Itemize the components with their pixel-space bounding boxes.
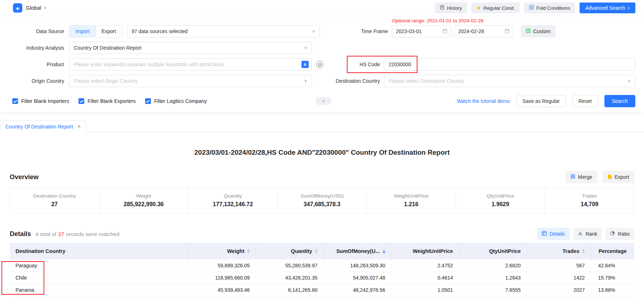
view-details-button[interactable]: Details — [537, 228, 570, 240]
stat-trades: Trades 14,709 — [545, 188, 634, 213]
checkbox-checked-icon — [12, 98, 18, 104]
merge-icon — [571, 174, 575, 180]
origin-country-label: Origin Country — [0, 78, 69, 84]
col-header-weight-unit-price: WeightUnitPrice — [391, 243, 459, 259]
date-start-input[interactable]: 2023-03-01 — [392, 25, 451, 37]
col-header-qty-unit-price: QtyUnitPrice — [459, 243, 527, 259]
report-title: 2023/03/01-2024/02/28,HS Code AND"220300… — [0, 149, 644, 157]
col-header-trades[interactable]: Trades — [527, 243, 591, 259]
origin-country-select[interactable]: Please select Origin Country ∨ — [69, 75, 312, 87]
industry-analysis-select[interactable]: Country Of Destination Report ∨ — [69, 42, 312, 54]
time-frame-label: Time Frame — [320, 28, 388, 34]
cell-country[interactable]: Chile — [10, 272, 188, 284]
col-header-percentage: Percentage — [591, 243, 634, 259]
custom-range-button[interactable]: Custom — [521, 25, 555, 37]
tab-country-of-destination-report[interactable]: Country Of Destination Report × — [0, 121, 86, 132]
export-button[interactable]: Export — [603, 171, 634, 183]
details-table-wrap: Destination Country Weight Quantity SumO… — [10, 243, 634, 296]
filter-logistics-company-checkbox[interactable]: Filter Logitics Company — [145, 98, 207, 104]
import-export-toggle: Import Export — [69, 25, 122, 37]
cell-weight: 45,939,483.46 — [188, 284, 256, 296]
destination-country-select[interactable]: Please select Destination Country ∨ — [384, 75, 635, 87]
cell-percentage: 15.79% — [591, 272, 634, 284]
view-ratio-button[interactable]: Ratio — [605, 228, 634, 240]
match-mode-icon[interactable]: @ — [316, 61, 323, 68]
merge-button[interactable]: Merge — [565, 171, 598, 183]
view-rank-button[interactable]: Rank — [573, 228, 602, 240]
col-header-sum-of-money[interactable]: SumOfMoney(U... — [323, 243, 391, 259]
details-table-icon — [542, 231, 547, 237]
col-header-quantity[interactable]: Quantity — [256, 243, 323, 259]
search-button[interactable]: Search — [604, 95, 635, 107]
fold-conditions-icon — [529, 5, 534, 11]
col-header-destination-country: Destination Country — [10, 243, 188, 259]
topbar: ◈ Global ∨ History ★ Regular Cond. Fold … — [0, 0, 644, 16]
form-row-data-source: Data Source Import Export 97 data source… — [0, 25, 635, 37]
cell-quantity: 6,141,265.80 — [256, 284, 323, 296]
industry-analysis-label: Industry Analysis — [0, 45, 69, 51]
export-toggle[interactable]: Export — [95, 26, 122, 37]
cell-weight-unit-price: 2.4752 — [391, 259, 459, 272]
sort-quantity-icon[interactable] — [315, 249, 318, 253]
cell-weight-unit-price: 1.0501 — [391, 284, 459, 296]
hs-code-input[interactable] — [384, 58, 635, 71]
cell-sum-of-money: 54,905,027.48 — [323, 272, 391, 284]
col-header-weight[interactable]: Weight — [188, 243, 256, 259]
fold-conditions-button[interactable]: Fold Conditions — [524, 3, 575, 13]
sort-sum-of-money-icon[interactable] — [383, 249, 385, 253]
details-header-row: Details A total of27records were matched… — [10, 228, 634, 240]
view-switcher: Details Rank Ratio — [537, 228, 634, 240]
filter-blank-exporters-checkbox[interactable]: Filter Blank Exporters — [79, 98, 136, 104]
import-toggle[interactable]: Import — [70, 26, 95, 37]
cell-country[interactable]: Panama — [10, 284, 188, 296]
sort-trades-icon[interactable] — [582, 249, 585, 253]
brand: ◈ Global ∨ — [13, 3, 47, 13]
cell-country[interactable]: Paraguay — [10, 259, 188, 272]
cell-weight: 59,899,326.05 — [188, 259, 256, 272]
cell-sum-of-money: 148,263,509.30 — [323, 259, 391, 272]
filter-blank-importers-checkbox[interactable]: Filter Blank Importers — [12, 98, 69, 104]
cell-trades: 2027 — [527, 284, 591, 296]
product-input-wrap: A — [69, 58, 312, 71]
checkbox-checked-icon — [145, 98, 151, 104]
stat-weight: Weight 285,922,990.36 — [99, 188, 189, 213]
records-matched-text: A total of27records were matched — [35, 231, 119, 237]
reset-button[interactable]: Reset — [572, 95, 598, 107]
history-button[interactable]: History — [435, 3, 467, 13]
tutorial-demo-link[interactable]: Watch the tutorial demo — [457, 98, 510, 104]
search-panel: Optional range: 2021-01-01 to 2024-02-28… — [0, 16, 644, 113]
translate-icon[interactable]: A — [301, 61, 309, 68]
custom-icon — [526, 28, 531, 34]
overview-stats: Destination Country 27 Weight 285,922,99… — [10, 187, 634, 213]
advanced-search-button[interactable]: Advanced Search › — [580, 3, 635, 13]
calendar-icon — [442, 28, 447, 35]
collapse-panel-button[interactable]: ∨ — [316, 97, 331, 105]
tab-close-icon[interactable]: × — [77, 123, 81, 130]
form-row-industry: Industry Analysis Country Of Destination… — [0, 42, 635, 54]
overview-header-row: Overview Merge Export — [10, 171, 634, 183]
calendar-icon — [505, 28, 510, 35]
product-input[interactable] — [70, 59, 301, 70]
chevron-down-icon: ∨ — [627, 79, 631, 83]
date-end-input[interactable]: 2024-02-28 — [454, 25, 514, 37]
data-source-label: Data Source — [0, 28, 69, 34]
sort-weight-icon[interactable] — [247, 249, 250, 253]
cell-quantity: 43,428,201.35 — [256, 272, 323, 284]
stat-sum-of-money: SumOfMoney(USD) 347,685,378.3 — [278, 188, 367, 213]
chevron-down-icon: ∨ — [312, 29, 315, 33]
optional-range-hint: Optional range: 2021-01-01 to 2024-02-28 — [392, 18, 483, 23]
result-tabbar: Country Of Destination Report × — [0, 113, 644, 132]
region-label: Global — [26, 5, 41, 11]
regular-cond-button[interactable]: ★ Regular Cond. — [471, 3, 520, 13]
cell-trades: 567 — [527, 259, 591, 272]
stat-quantity: Quantity 177,132,146.72 — [188, 188, 278, 213]
cell-trades: 1422 — [527, 272, 591, 284]
stat-weight-unit-price: WeightUnitPrice 1.216 — [367, 188, 456, 213]
cell-weight: 118,985,660.09 — [188, 272, 256, 284]
save-as-regular-button[interactable]: Save as Regular — [516, 95, 566, 107]
history-icon — [440, 5, 444, 11]
cell-sum-of-money: 48,242,978.56 — [323, 284, 391, 296]
cell-quantity: 55,280,539.97 — [256, 259, 323, 272]
region-selector[interactable]: Global ∨ — [26, 5, 47, 11]
data-source-select[interactable]: 97 data sources selected ∨ — [127, 25, 320, 37]
